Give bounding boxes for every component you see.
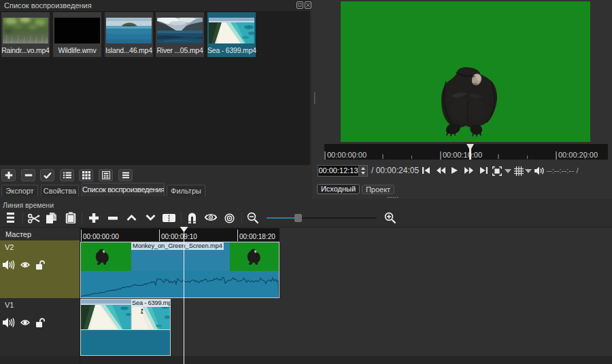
- svg-text:00:00:00:00: 00:00:00:00: [83, 233, 119, 240]
- svg-text:00:00:18:20: 00:00:18:20: [239, 233, 275, 240]
- svg-text:00:00:09:10: 00:00:09:10: [161, 233, 197, 240]
- svg-text:00:00:10:00: 00:00:10:00: [443, 151, 482, 159]
- svg-text:00:00:20:00: 00:00:20:00: [558, 151, 598, 159]
- svg-text:00:00:00:00: 00:00:00:00: [327, 151, 367, 159]
